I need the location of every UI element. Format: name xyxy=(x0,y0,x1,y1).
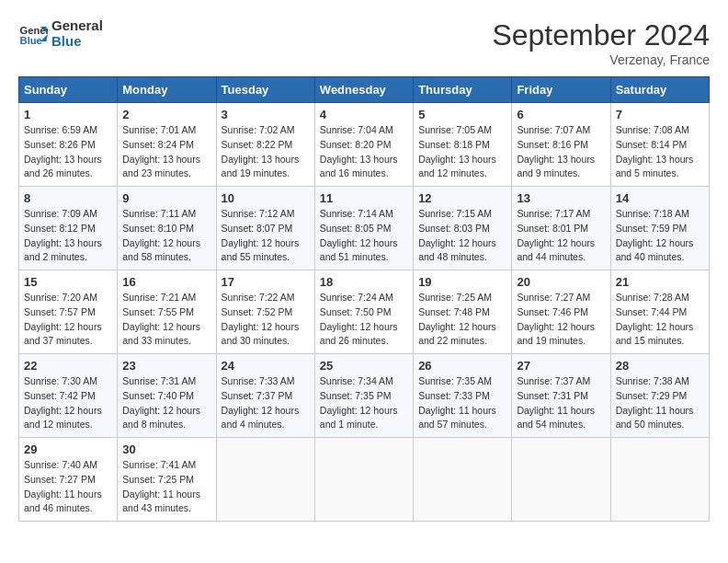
calendar-cell: 7Sunrise: 7:08 AMSunset: 8:14 PMDaylight… xyxy=(610,103,709,187)
calendar-cell: 28Sunrise: 7:38 AMSunset: 7:29 PMDayligh… xyxy=(610,354,709,438)
day-info: Sunrise: 7:11 AMSunset: 8:10 PMDaylight:… xyxy=(122,207,210,265)
calendar-cell: 22Sunrise: 7:30 AMSunset: 7:42 PMDayligh… xyxy=(19,354,118,438)
day-number: 22 xyxy=(24,359,112,373)
day-number: 23 xyxy=(122,359,210,373)
day-number: 14 xyxy=(616,191,704,205)
day-number: 13 xyxy=(517,191,605,205)
title-block: September 2024 Verzenay, France xyxy=(492,18,710,67)
calendar-cell: 6Sunrise: 7:07 AMSunset: 8:16 PMDaylight… xyxy=(512,103,610,187)
day-number: 9 xyxy=(122,191,210,205)
calendar-cell: 4Sunrise: 7:04 AMSunset: 8:20 PMDaylight… xyxy=(314,103,413,187)
calendar-cell xyxy=(512,438,610,522)
day-number: 6 xyxy=(517,108,605,121)
calendar-cell: 23Sunrise: 7:31 AMSunset: 7:40 PMDayligh… xyxy=(118,354,216,438)
day-info: Sunrise: 7:15 AMSunset: 8:03 PMDaylight:… xyxy=(418,207,506,265)
day-number: 25 xyxy=(320,359,408,373)
day-number: 4 xyxy=(320,108,408,121)
day-info: Sunrise: 7:28 AMSunset: 7:44 PMDaylight:… xyxy=(616,291,704,349)
day-number: 8 xyxy=(24,191,112,205)
calendar-cell: 5Sunrise: 7:05 AMSunset: 8:18 PMDaylight… xyxy=(414,103,512,187)
calendar-cell: 8Sunrise: 7:09 AMSunset: 8:12 PMDaylight… xyxy=(19,187,118,270)
week-row-4: 22Sunrise: 7:30 AMSunset: 7:42 PMDayligh… xyxy=(19,354,710,438)
calendar-cell: 9Sunrise: 7:11 AMSunset: 8:10 PMDaylight… xyxy=(118,187,216,270)
day-number: 21 xyxy=(616,275,704,289)
day-info: Sunrise: 7:31 AMSunset: 7:40 PMDaylight:… xyxy=(122,374,210,432)
day-info: Sunrise: 7:02 AMSunset: 8:22 PMDaylight:… xyxy=(222,123,310,181)
calendar-cell: 14Sunrise: 7:18 AMSunset: 7:59 PMDayligh… xyxy=(610,187,709,270)
calendar-cell: 21Sunrise: 7:28 AMSunset: 7:44 PMDayligh… xyxy=(610,270,709,354)
calendar-cell xyxy=(314,438,413,522)
day-number: 26 xyxy=(418,359,506,373)
calendar-cell: 3Sunrise: 7:02 AMSunset: 8:22 PMDaylight… xyxy=(216,103,314,187)
calendar-cell: 29Sunrise: 7:40 AMSunset: 7:27 PMDayligh… xyxy=(19,438,118,522)
weekday-header-wednesday: Wednesday xyxy=(314,77,413,103)
day-info: Sunrise: 7:25 AMSunset: 7:48 PMDaylight:… xyxy=(418,291,506,349)
day-info: Sunrise: 7:33 AMSunset: 7:37 PMDaylight:… xyxy=(222,374,310,432)
weekday-header-tuesday: Tuesday xyxy=(216,77,314,103)
calendar-cell: 19Sunrise: 7:25 AMSunset: 7:48 PMDayligh… xyxy=(414,270,512,354)
day-info: Sunrise: 7:37 AMSunset: 7:31 PMDaylight:… xyxy=(517,374,605,432)
day-info: Sunrise: 7:30 AMSunset: 7:42 PMDaylight:… xyxy=(24,374,112,432)
calendar-cell: 26Sunrise: 7:35 AMSunset: 7:33 PMDayligh… xyxy=(414,354,512,438)
week-row-3: 15Sunrise: 7:20 AMSunset: 7:57 PMDayligh… xyxy=(19,270,710,354)
day-info: Sunrise: 7:38 AMSunset: 7:29 PMDaylight:… xyxy=(616,374,704,432)
day-number: 10 xyxy=(222,191,310,205)
day-number: 30 xyxy=(122,442,210,456)
calendar-cell: 20Sunrise: 7:27 AMSunset: 7:46 PMDayligh… xyxy=(512,270,610,354)
logo-icon: General Blue xyxy=(18,19,48,49)
day-number: 11 xyxy=(320,191,408,205)
day-info: Sunrise: 7:41 AMSunset: 7:25 PMDaylight:… xyxy=(122,458,210,516)
day-info: Sunrise: 7:17 AMSunset: 8:01 PMDaylight:… xyxy=(517,207,605,265)
calendar-cell: 10Sunrise: 7:12 AMSunset: 8:07 PMDayligh… xyxy=(216,187,314,270)
svg-text:Blue: Blue xyxy=(20,35,42,46)
calendar-cell xyxy=(414,438,512,522)
day-number: 1 xyxy=(24,108,112,121)
calendar-table: SundayMondayTuesdayWednesdayThursdayFrid… xyxy=(18,76,710,522)
calendar-cell: 12Sunrise: 7:15 AMSunset: 8:03 PMDayligh… xyxy=(414,187,512,270)
weekday-header-row: SundayMondayTuesdayWednesdayThursdayFrid… xyxy=(19,77,710,103)
week-row-1: 1Sunrise: 6:59 AMSunset: 8:26 PMDaylight… xyxy=(19,103,710,187)
day-number: 2 xyxy=(122,108,210,121)
day-info: Sunrise: 7:20 AMSunset: 7:57 PMDaylight:… xyxy=(24,291,112,349)
calendar-cell xyxy=(610,438,709,522)
day-number: 24 xyxy=(222,359,310,373)
day-number: 15 xyxy=(24,275,112,289)
day-info: Sunrise: 7:40 AMSunset: 7:27 PMDaylight:… xyxy=(24,458,112,516)
month-title: September 2024 xyxy=(492,18,710,52)
day-number: 18 xyxy=(320,275,408,289)
calendar-cell xyxy=(216,438,314,522)
day-number: 7 xyxy=(616,108,704,121)
week-row-5: 29Sunrise: 7:40 AMSunset: 7:27 PMDayligh… xyxy=(19,438,710,522)
calendar-cell: 2Sunrise: 7:01 AMSunset: 8:24 PMDaylight… xyxy=(118,103,216,187)
weekday-header-sunday: Sunday xyxy=(19,77,118,103)
day-number: 3 xyxy=(222,108,310,121)
day-info: Sunrise: 7:34 AMSunset: 7:35 PMDaylight:… xyxy=(320,374,408,432)
day-info: Sunrise: 6:59 AMSunset: 8:26 PMDaylight:… xyxy=(24,123,112,181)
calendar-cell: 16Sunrise: 7:21 AMSunset: 7:55 PMDayligh… xyxy=(118,270,216,354)
day-number: 28 xyxy=(616,359,704,373)
logo-line1: General xyxy=(51,18,103,34)
location: Verzenay, France xyxy=(492,52,710,67)
day-number: 12 xyxy=(418,191,506,205)
weekday-header-saturday: Saturday xyxy=(610,77,709,103)
day-info: Sunrise: 7:07 AMSunset: 8:16 PMDaylight:… xyxy=(517,123,605,181)
day-info: Sunrise: 7:05 AMSunset: 8:18 PMDaylight:… xyxy=(418,123,506,181)
day-info: Sunrise: 7:35 AMSunset: 7:33 PMDaylight:… xyxy=(418,374,506,432)
calendar-cell: 11Sunrise: 7:14 AMSunset: 8:05 PMDayligh… xyxy=(314,187,413,270)
day-info: Sunrise: 7:04 AMSunset: 8:20 PMDaylight:… xyxy=(320,123,408,181)
day-info: Sunrise: 7:14 AMSunset: 8:05 PMDaylight:… xyxy=(320,207,408,265)
calendar-cell: 30Sunrise: 7:41 AMSunset: 7:25 PMDayligh… xyxy=(118,438,216,522)
day-info: Sunrise: 7:21 AMSunset: 7:55 PMDaylight:… xyxy=(122,291,210,349)
day-info: Sunrise: 7:24 AMSunset: 7:50 PMDaylight:… xyxy=(320,291,408,349)
svg-text:General: General xyxy=(20,25,48,36)
day-info: Sunrise: 7:27 AMSunset: 7:46 PMDaylight:… xyxy=(517,291,605,349)
day-number: 5 xyxy=(418,108,506,121)
calendar-cell: 15Sunrise: 7:20 AMSunset: 7:57 PMDayligh… xyxy=(19,270,118,354)
calendar-cell: 17Sunrise: 7:22 AMSunset: 7:52 PMDayligh… xyxy=(216,270,314,354)
day-number: 29 xyxy=(24,442,112,456)
day-info: Sunrise: 7:18 AMSunset: 7:59 PMDaylight:… xyxy=(616,207,704,265)
day-info: Sunrise: 7:08 AMSunset: 8:14 PMDaylight:… xyxy=(616,123,704,181)
weekday-header-thursday: Thursday xyxy=(414,77,512,103)
calendar-cell: 27Sunrise: 7:37 AMSunset: 7:31 PMDayligh… xyxy=(512,354,610,438)
logo: General Blue General Blue xyxy=(18,18,103,49)
